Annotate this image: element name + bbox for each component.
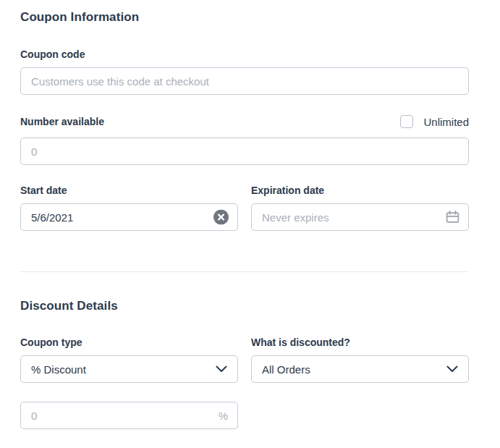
expiration-date-field: Expiration date [251, 185, 469, 231]
coupon-code-field: Coupon code [20, 49, 469, 95]
chevron-down-icon [216, 365, 227, 373]
section-discount-details: Discount Details Coupon type % Discount … [20, 298, 469, 429]
expiration-date-label: Expiration date [251, 185, 469, 196]
start-date-input[interactable] [20, 203, 238, 231]
number-available-label-row: Number available Unlimited [20, 115, 469, 128]
coupon-form: Coupon Information Coupon code Number av… [0, 0, 500, 445]
coupon-type-selected-value: % Discount [31, 363, 86, 376]
unlimited-checkbox[interactable] [400, 115, 413, 128]
expiration-date-input-wrap [251, 203, 469, 231]
expiration-date-input[interactable] [251, 203, 469, 231]
start-date-input-wrap [20, 203, 238, 231]
what-is-discounted-selected-value: All Orders [262, 363, 310, 376]
discount-selects-row: Coupon type % Discount What is discounte… [20, 337, 469, 383]
section-coupon-information: Coupon Information Coupon code Number av… [20, 9, 469, 231]
number-available-label: Number available [20, 117, 104, 127]
coupon-code-label: Coupon code [20, 49, 469, 60]
coupon-type-label: Coupon type [20, 337, 238, 348]
unlimited-label: Unlimited [423, 116, 469, 128]
what-is-discounted-label: What is discounted? [251, 337, 469, 348]
circle-x-icon[interactable] [213, 210, 229, 225]
coupon-type-field: Coupon type % Discount [20, 337, 238, 383]
date-fields-row: Start date Expiration date [20, 185, 469, 231]
section-divider [20, 271, 469, 272]
calendar-icon[interactable] [446, 211, 459, 224]
discount-amount-field: % [20, 402, 238, 429]
start-date-field: Start date [20, 185, 238, 231]
discount-amount-input[interactable] [20, 402, 238, 429]
start-date-label: Start date [20, 185, 238, 196]
coupon-code-input[interactable] [20, 67, 469, 95]
number-available-field: Number available Unlimited [20, 115, 469, 165]
chevron-down-icon [446, 365, 458, 373]
unlimited-toggle[interactable]: Unlimited [400, 115, 469, 128]
number-available-input[interactable] [20, 138, 469, 165]
section-title-discount-details: Discount Details [20, 298, 469, 313]
what-is-discounted-field: What is discounted? All Orders [251, 337, 469, 383]
section-title-coupon-information: Coupon Information [20, 9, 469, 25]
what-is-discounted-select[interactable]: All Orders [251, 355, 469, 383]
coupon-type-select[interactable]: % Discount [20, 355, 238, 383]
